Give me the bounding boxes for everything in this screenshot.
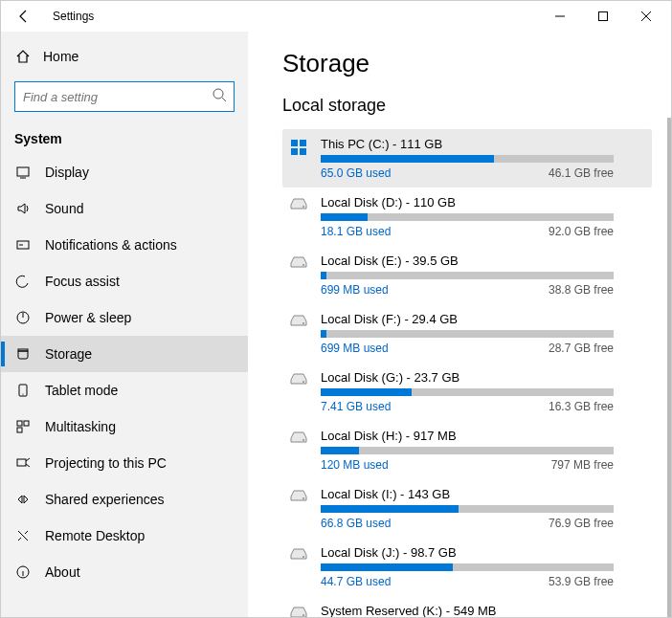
drive-name: This PC (C:) - 111 GB — [321, 137, 646, 151]
drive-free: 797 MB free — [551, 458, 614, 472]
sidebar-item-remote-desktop[interactable]: Remote Desktop — [1, 518, 248, 554]
search-input[interactable] — [14, 81, 235, 112]
drive-used: 66.8 GB used — [321, 517, 391, 530]
svg-rect-14 — [24, 421, 29, 426]
page-title: Storage — [282, 49, 652, 78]
sidebar-home-label: Home — [43, 49, 78, 64]
svg-point-30 — [302, 556, 304, 558]
sidebar-nav: DisplaySoundNotifications & actionsFocus… — [1, 154, 248, 590]
disk-drive-icon — [288, 606, 309, 617]
svg-rect-4 — [17, 167, 29, 176]
drive-row[interactable]: Local Disk (H:) - 917 MB120 MB used797 M… — [282, 421, 652, 479]
sidebar: Home System DisplaySoundNotifications & … — [1, 32, 248, 617]
drive-name: Local Disk (G:) - 23.7 GB — [321, 370, 646, 385]
drive-used: 18.1 GB used — [321, 225, 391, 238]
svg-point-12 — [22, 393, 23, 394]
close-button[interactable] — [624, 3, 667, 30]
drives-list: This PC (C:) - 111 GB65.0 GB used46.1 GB… — [282, 129, 652, 617]
drive-row[interactable]: This PC (C:) - 111 GB65.0 GB used46.1 GB… — [282, 129, 652, 188]
sidebar-home[interactable]: Home — [1, 41, 248, 72]
drive-name: Local Disk (I:) - 143 GB — [321, 487, 646, 501]
svg-point-29 — [302, 497, 304, 499]
disk-drive-icon — [288, 372, 309, 386]
usage-bar — [321, 447, 614, 454]
back-button[interactable] — [12, 5, 35, 28]
sidebar-item-projecting-to-this-pc[interactable]: Projecting to this PC — [1, 445, 248, 481]
drive-row[interactable]: System Reserved (K:) - 549 MB32.2 MB use… — [282, 596, 652, 617]
nav-icon — [14, 383, 32, 398]
nav-icon — [14, 455, 32, 471]
svg-rect-10 — [18, 349, 28, 351]
disk-drive-icon — [288, 255, 309, 269]
sidebar-item-storage[interactable]: Storage — [1, 336, 248, 372]
sidebar-item-label: Remote Desktop — [45, 528, 145, 543]
sidebar-item-label: Sound — [45, 201, 83, 216]
sidebar-item-power-sleep[interactable]: Power & sleep — [1, 299, 248, 336]
nav-icon — [14, 419, 32, 434]
svg-point-27 — [302, 381, 304, 383]
drive-used: 65.0 GB used — [321, 166, 391, 180]
usage-bar — [321, 155, 614, 163]
main-content: Storage Local storage This PC (C:) - 111… — [248, 32, 671, 617]
nav-icon — [14, 492, 32, 507]
drive-name: Local Disk (J:) - 98.7 GB — [321, 545, 646, 560]
svg-point-2 — [213, 89, 223, 99]
svg-point-31 — [302, 614, 304, 616]
drive-row[interactable]: Local Disk (J:) - 98.7 GB44.7 GB used53.… — [282, 538, 652, 596]
nav-icon — [14, 165, 32, 180]
drive-free: 53.9 GB free — [549, 575, 614, 588]
sidebar-item-focus-assist[interactable]: Focus assist — [1, 263, 248, 299]
drive-row[interactable]: Local Disk (I:) - 143 GB66.8 GB used76.9… — [282, 479, 652, 538]
drive-free: 16.3 GB free — [549, 400, 614, 413]
usage-bar — [321, 330, 614, 338]
svg-rect-23 — [300, 148, 306, 155]
svg-rect-20 — [291, 140, 298, 146]
drive-row[interactable]: Local Disk (F:) - 29.4 GB699 MB used28.7… — [282, 304, 652, 363]
nav-icon — [14, 237, 32, 253]
nav-icon — [14, 201, 32, 216]
usage-bar — [321, 213, 614, 221]
sidebar-category: System — [1, 125, 248, 154]
sidebar-item-label: Focus assist — [45, 274, 120, 289]
sidebar-item-tablet-mode[interactable]: Tablet mode — [1, 372, 248, 408]
section-header-local-storage: Local storage — [282, 96, 652, 116]
sidebar-item-label: Notifications & actions — [45, 237, 177, 253]
sidebar-item-notifications-actions[interactable]: Notifications & actions — [1, 227, 248, 263]
drive-free: 76.9 GB free — [549, 517, 614, 530]
drive-row[interactable]: Local Disk (D:) - 110 GB18.1 GB used92.0… — [282, 188, 652, 246]
drive-name: System Reserved (K:) - 549 MB — [321, 604, 646, 617]
drive-used: 699 MB used — [321, 342, 389, 355]
sidebar-item-display[interactable]: Display — [1, 154, 248, 190]
drive-free: 92.0 GB free — [549, 225, 614, 238]
sidebar-item-label: Power & sleep — [45, 310, 131, 325]
svg-rect-22 — [291, 148, 298, 155]
sidebar-item-about[interactable]: About — [1, 554, 248, 590]
svg-rect-21 — [300, 140, 306, 146]
svg-rect-13 — [17, 421, 22, 426]
drive-row[interactable]: Local Disk (E:) - 39.5 GB699 MB used38.8… — [282, 246, 652, 304]
minimize-button[interactable] — [538, 3, 581, 30]
search-icon — [212, 87, 227, 102]
scrollbar[interactable] — [667, 118, 671, 617]
sidebar-item-shared-experiences[interactable]: Shared experiences — [1, 481, 248, 518]
sidebar-item-label: Shared experiences — [45, 492, 165, 507]
svg-rect-16 — [17, 459, 26, 466]
sidebar-item-multitasking[interactable]: Multitasking — [1, 408, 248, 445]
usage-bar — [321, 505, 614, 513]
nav-icon — [14, 274, 32, 289]
svg-point-25 — [302, 264, 304, 266]
disk-drive-icon — [288, 547, 309, 561]
sidebar-item-label: About — [45, 564, 80, 580]
svg-point-24 — [302, 206, 304, 208]
svg-rect-1 — [598, 12, 607, 21]
title-bar: Settings — [1, 1, 671, 32]
drive-used: 120 MB used — [321, 458, 389, 472]
sidebar-item-sound[interactable]: Sound — [1, 190, 248, 227]
home-icon — [14, 49, 32, 64]
drive-row[interactable]: Local Disk (G:) - 23.7 GB7.41 GB used16.… — [282, 363, 652, 421]
drive-free: 28.7 GB free — [549, 342, 614, 355]
disk-drive-icon — [288, 430, 309, 444]
drive-name: Local Disk (D:) - 110 GB — [321, 195, 646, 210]
maximize-button[interactable] — [581, 3, 624, 30]
usage-bar — [321, 563, 614, 571]
